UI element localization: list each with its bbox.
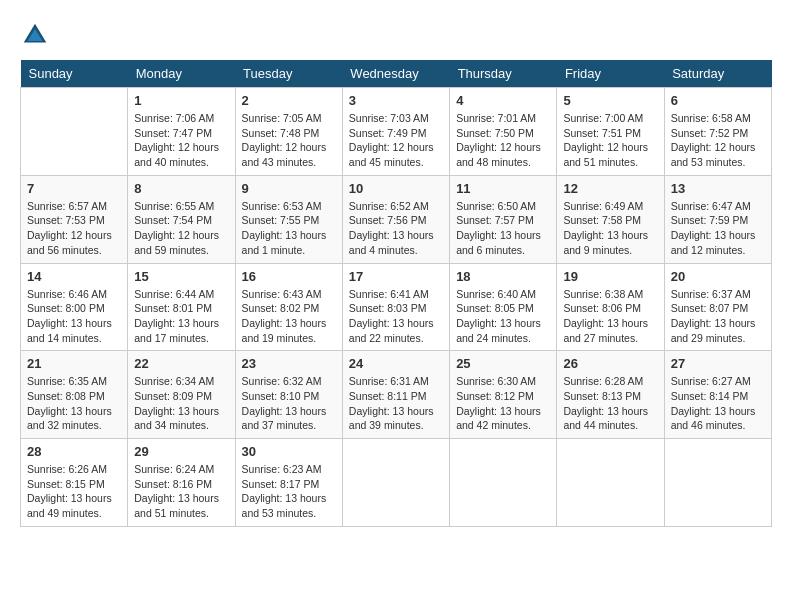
day-number: 21 <box>27 356 121 371</box>
calendar-cell: 8Sunrise: 6:55 AM Sunset: 7:54 PM Daylig… <box>128 175 235 263</box>
calendar-cell: 12Sunrise: 6:49 AM Sunset: 7:58 PM Dayli… <box>557 175 664 263</box>
day-number: 7 <box>27 181 121 196</box>
day-info: Sunrise: 6:32 AM Sunset: 8:10 PM Dayligh… <box>242 374 336 433</box>
day-number: 22 <box>134 356 228 371</box>
calendar-cell: 2Sunrise: 7:05 AM Sunset: 7:48 PM Daylig… <box>235 88 342 176</box>
page-header <box>20 20 772 50</box>
calendar-cell: 27Sunrise: 6:27 AM Sunset: 8:14 PM Dayli… <box>664 351 771 439</box>
day-info: Sunrise: 6:46 AM Sunset: 8:00 PM Dayligh… <box>27 287 121 346</box>
day-info: Sunrise: 7:03 AM Sunset: 7:49 PM Dayligh… <box>349 111 443 170</box>
calendar-week-row: 14Sunrise: 6:46 AM Sunset: 8:00 PM Dayli… <box>21 263 772 351</box>
day-info: Sunrise: 6:41 AM Sunset: 8:03 PM Dayligh… <box>349 287 443 346</box>
day-number: 12 <box>563 181 657 196</box>
day-info: Sunrise: 6:28 AM Sunset: 8:13 PM Dayligh… <box>563 374 657 433</box>
day-info: Sunrise: 6:27 AM Sunset: 8:14 PM Dayligh… <box>671 374 765 433</box>
day-info: Sunrise: 6:26 AM Sunset: 8:15 PM Dayligh… <box>27 462 121 521</box>
day-number: 23 <box>242 356 336 371</box>
calendar-cell <box>342 439 449 527</box>
calendar-cell: 20Sunrise: 6:37 AM Sunset: 8:07 PM Dayli… <box>664 263 771 351</box>
calendar-cell: 24Sunrise: 6:31 AM Sunset: 8:11 PM Dayli… <box>342 351 449 439</box>
calendar-week-row: 1Sunrise: 7:06 AM Sunset: 7:47 PM Daylig… <box>21 88 772 176</box>
day-of-week-header: Sunday <box>21 60 128 88</box>
calendar-cell: 1Sunrise: 7:06 AM Sunset: 7:47 PM Daylig… <box>128 88 235 176</box>
day-number: 6 <box>671 93 765 108</box>
day-info: Sunrise: 6:38 AM Sunset: 8:06 PM Dayligh… <box>563 287 657 346</box>
calendar-cell: 7Sunrise: 6:57 AM Sunset: 7:53 PM Daylig… <box>21 175 128 263</box>
calendar-cell: 11Sunrise: 6:50 AM Sunset: 7:57 PM Dayli… <box>450 175 557 263</box>
day-number: 15 <box>134 269 228 284</box>
day-number: 4 <box>456 93 550 108</box>
calendar-cell: 18Sunrise: 6:40 AM Sunset: 8:05 PM Dayli… <box>450 263 557 351</box>
calendar-cell: 30Sunrise: 6:23 AM Sunset: 8:17 PM Dayli… <box>235 439 342 527</box>
day-info: Sunrise: 6:35 AM Sunset: 8:08 PM Dayligh… <box>27 374 121 433</box>
calendar-cell <box>557 439 664 527</box>
day-number: 3 <box>349 93 443 108</box>
day-number: 26 <box>563 356 657 371</box>
calendar-cell: 26Sunrise: 6:28 AM Sunset: 8:13 PM Dayli… <box>557 351 664 439</box>
day-number: 13 <box>671 181 765 196</box>
day-info: Sunrise: 6:31 AM Sunset: 8:11 PM Dayligh… <box>349 374 443 433</box>
day-number: 30 <box>242 444 336 459</box>
day-number: 18 <box>456 269 550 284</box>
day-number: 29 <box>134 444 228 459</box>
day-info: Sunrise: 6:49 AM Sunset: 7:58 PM Dayligh… <box>563 199 657 258</box>
day-info: Sunrise: 6:55 AM Sunset: 7:54 PM Dayligh… <box>134 199 228 258</box>
day-info: Sunrise: 6:58 AM Sunset: 7:52 PM Dayligh… <box>671 111 765 170</box>
calendar-week-row: 21Sunrise: 6:35 AM Sunset: 8:08 PM Dayli… <box>21 351 772 439</box>
day-info: Sunrise: 6:53 AM Sunset: 7:55 PM Dayligh… <box>242 199 336 258</box>
calendar-cell: 3Sunrise: 7:03 AM Sunset: 7:49 PM Daylig… <box>342 88 449 176</box>
day-info: Sunrise: 6:40 AM Sunset: 8:05 PM Dayligh… <box>456 287 550 346</box>
calendar-cell: 21Sunrise: 6:35 AM Sunset: 8:08 PM Dayli… <box>21 351 128 439</box>
calendar-cell: 16Sunrise: 6:43 AM Sunset: 8:02 PM Dayli… <box>235 263 342 351</box>
calendar-cell: 22Sunrise: 6:34 AM Sunset: 8:09 PM Dayli… <box>128 351 235 439</box>
calendar-week-row: 7Sunrise: 6:57 AM Sunset: 7:53 PM Daylig… <box>21 175 772 263</box>
day-info: Sunrise: 6:43 AM Sunset: 8:02 PM Dayligh… <box>242 287 336 346</box>
day-number: 11 <box>456 181 550 196</box>
day-number: 28 <box>27 444 121 459</box>
day-info: Sunrise: 7:01 AM Sunset: 7:50 PM Dayligh… <box>456 111 550 170</box>
day-info: Sunrise: 6:50 AM Sunset: 7:57 PM Dayligh… <box>456 199 550 258</box>
day-info: Sunrise: 6:30 AM Sunset: 8:12 PM Dayligh… <box>456 374 550 433</box>
calendar-cell: 23Sunrise: 6:32 AM Sunset: 8:10 PM Dayli… <box>235 351 342 439</box>
day-number: 20 <box>671 269 765 284</box>
day-number: 8 <box>134 181 228 196</box>
calendar-cell: 28Sunrise: 6:26 AM Sunset: 8:15 PM Dayli… <box>21 439 128 527</box>
day-info: Sunrise: 7:06 AM Sunset: 7:47 PM Dayligh… <box>134 111 228 170</box>
day-number: 17 <box>349 269 443 284</box>
day-of-week-header: Wednesday <box>342 60 449 88</box>
calendar-cell: 4Sunrise: 7:01 AM Sunset: 7:50 PM Daylig… <box>450 88 557 176</box>
day-number: 1 <box>134 93 228 108</box>
calendar-table: SundayMondayTuesdayWednesdayThursdayFrid… <box>20 60 772 527</box>
logo-icon <box>20 20 50 50</box>
calendar-cell: 5Sunrise: 7:00 AM Sunset: 7:51 PM Daylig… <box>557 88 664 176</box>
day-info: Sunrise: 6:44 AM Sunset: 8:01 PM Dayligh… <box>134 287 228 346</box>
day-info: Sunrise: 7:05 AM Sunset: 7:48 PM Dayligh… <box>242 111 336 170</box>
day-info: Sunrise: 7:00 AM Sunset: 7:51 PM Dayligh… <box>563 111 657 170</box>
day-of-week-header: Tuesday <box>235 60 342 88</box>
day-number: 27 <box>671 356 765 371</box>
calendar-header-row: SundayMondayTuesdayWednesdayThursdayFrid… <box>21 60 772 88</box>
day-info: Sunrise: 6:37 AM Sunset: 8:07 PM Dayligh… <box>671 287 765 346</box>
calendar-cell: 17Sunrise: 6:41 AM Sunset: 8:03 PM Dayli… <box>342 263 449 351</box>
day-number: 10 <box>349 181 443 196</box>
logo <box>20 20 54 50</box>
day-info: Sunrise: 6:52 AM Sunset: 7:56 PM Dayligh… <box>349 199 443 258</box>
day-number: 25 <box>456 356 550 371</box>
day-of-week-header: Monday <box>128 60 235 88</box>
day-info: Sunrise: 6:24 AM Sunset: 8:16 PM Dayligh… <box>134 462 228 521</box>
day-info: Sunrise: 6:47 AM Sunset: 7:59 PM Dayligh… <box>671 199 765 258</box>
day-number: 16 <box>242 269 336 284</box>
day-info: Sunrise: 6:23 AM Sunset: 8:17 PM Dayligh… <box>242 462 336 521</box>
day-number: 14 <box>27 269 121 284</box>
day-info: Sunrise: 6:34 AM Sunset: 8:09 PM Dayligh… <box>134 374 228 433</box>
day-number: 24 <box>349 356 443 371</box>
calendar-cell: 13Sunrise: 6:47 AM Sunset: 7:59 PM Dayli… <box>664 175 771 263</box>
calendar-cell: 10Sunrise: 6:52 AM Sunset: 7:56 PM Dayli… <box>342 175 449 263</box>
day-of-week-header: Thursday <box>450 60 557 88</box>
day-number: 2 <box>242 93 336 108</box>
calendar-cell: 29Sunrise: 6:24 AM Sunset: 8:16 PM Dayli… <box>128 439 235 527</box>
calendar-cell: 19Sunrise: 6:38 AM Sunset: 8:06 PM Dayli… <box>557 263 664 351</box>
day-number: 19 <box>563 269 657 284</box>
calendar-cell: 14Sunrise: 6:46 AM Sunset: 8:00 PM Dayli… <box>21 263 128 351</box>
calendar-cell <box>450 439 557 527</box>
